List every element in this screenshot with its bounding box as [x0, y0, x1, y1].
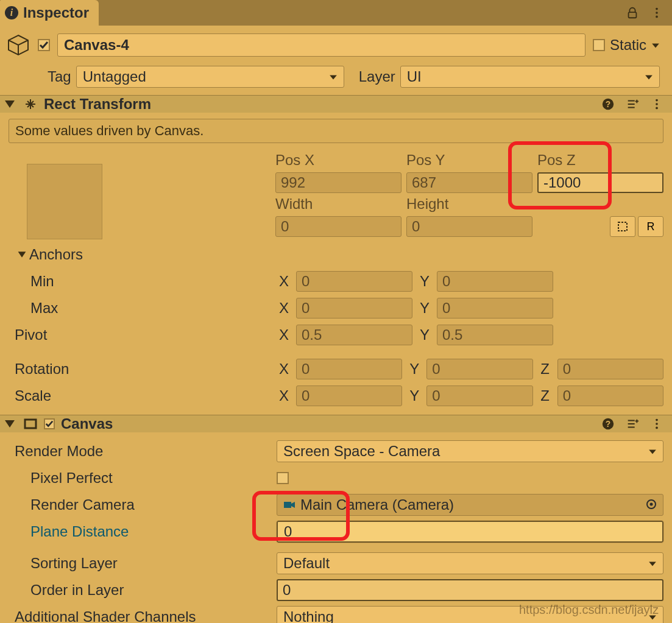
sorting-layer-value: Default [283, 555, 330, 572]
foldout-icon[interactable] [18, 252, 26, 258]
scale-z-input[interactable] [557, 385, 663, 406]
posx-input[interactable] [275, 172, 401, 193]
canvas-icon [23, 417, 38, 431]
anchors-min-label: Min [30, 273, 54, 290]
anchor-preset[interactable] [27, 164, 102, 239]
gameobject-icon [6, 33, 30, 57]
svg-point-18 [650, 503, 653, 506]
chevron-down-icon [645, 68, 653, 85]
render-mode-value: Screen Space - Camera [283, 443, 440, 460]
tag-dropdown[interactable]: Untagged [76, 66, 344, 88]
pivot-x-input[interactable] [296, 325, 412, 345]
info-icon: i [5, 6, 18, 19]
chevron-down-icon [648, 443, 657, 460]
shader-channels-label: Additional Shader Channels [9, 608, 277, 623]
x-label: X [277, 298, 291, 319]
rotation-y-input[interactable] [426, 359, 532, 379]
order-in-layer-input[interactable] [277, 579, 663, 601]
object-picker-icon[interactable] [646, 496, 657, 513]
foldout-icon [5, 420, 15, 428]
y-label: Y [417, 325, 432, 345]
x-label: X [277, 359, 291, 379]
svg-point-3 [656, 16, 658, 18]
svg-point-14 [656, 423, 658, 425]
layer-label: Layer [359, 68, 395, 85]
active-checkbox[interactable] [38, 39, 50, 51]
sorting-layer-label: Sorting Layer [9, 555, 277, 572]
sorting-layer-dropdown[interactable]: Default [277, 552, 663, 574]
width-input[interactable] [275, 216, 401, 237]
raw-edit-button[interactable]: R [638, 216, 663, 237]
y-label: Y [407, 359, 422, 379]
gameobject-header: Static Tag Untagged Layer UI [0, 26, 672, 95]
height-input[interactable] [406, 216, 532, 237]
kebab-menu-icon[interactable] [650, 6, 663, 19]
rotation-x-input[interactable] [296, 359, 402, 379]
static-dropdown-icon[interactable] [651, 37, 660, 54]
render-mode-label: Render Mode [9, 443, 277, 460]
rect-transform-component-header[interactable]: Rect Transform ? [0, 95, 672, 113]
render-camera-field[interactable]: Main Camera (Camera) [277, 494, 663, 516]
canvas-enabled-checkbox[interactable] [44, 418, 55, 429]
posy-input[interactable] [406, 172, 532, 193]
svg-point-8 [656, 107, 658, 110]
svg-point-15 [656, 427, 658, 429]
pixel-perfect-label: Pixel Perfect [9, 470, 277, 487]
svg-text:?: ? [606, 420, 610, 429]
rotation-z-input[interactable] [557, 359, 663, 379]
kebab-menu-icon[interactable] [650, 97, 663, 111]
anchor-min-y-input[interactable] [437, 271, 553, 292]
chevron-down-icon [648, 555, 657, 572]
lock-icon[interactable] [626, 6, 639, 19]
anchor-min-x-input[interactable] [296, 271, 412, 292]
posz-label: Pos Z [537, 152, 663, 169]
tag-value: Untagged [83, 68, 146, 85]
tag-label: Tag [48, 68, 71, 85]
rect-transform-body: Some values driven by Canvas. Pos X Pos … [0, 113, 672, 415]
scale-x-input[interactable] [296, 385, 402, 406]
rect-transform-title: Rect Transform [44, 96, 151, 113]
camera-icon [283, 500, 295, 510]
driven-info: Some values driven by Canvas. [9, 119, 663, 143]
static-checkbox[interactable] [593, 39, 605, 51]
z-label: Z [538, 359, 553, 379]
anchors-label: Anchors [29, 246, 83, 263]
help-icon[interactable]: ? [601, 417, 615, 431]
layer-dropdown[interactable]: UI [400, 66, 660, 88]
svg-point-13 [656, 419, 658, 421]
plane-distance-input[interactable] [277, 521, 663, 543]
x-label: X [277, 271, 291, 292]
anchor-max-x-input[interactable] [296, 298, 412, 319]
width-label: Width [275, 195, 401, 213]
render-mode-dropdown[interactable]: Screen Space - Camera [277, 440, 663, 462]
z-label: Z [538, 385, 553, 406]
pivot-y-input[interactable] [437, 325, 553, 345]
shader-channels-dropdown[interactable]: Nothing [277, 606, 663, 623]
anchor-max-y-input[interactable] [437, 298, 553, 319]
order-in-layer-label: Order in Layer [9, 582, 277, 599]
gameobject-name-input[interactable] [57, 33, 585, 57]
anchors-max-label: Max [30, 300, 58, 317]
help-icon[interactable]: ? [601, 97, 615, 111]
canvas-component-header[interactable]: Canvas ? [0, 415, 672, 432]
blueprint-mode-button[interactable] [610, 216, 635, 237]
rotation-label: Rotation [15, 361, 69, 378]
plane-distance-label: Plane Distance [30, 523, 129, 540]
foldout-icon [5, 100, 15, 108]
canvas-title: Canvas [61, 415, 113, 432]
scale-y-input[interactable] [426, 385, 532, 406]
posz-input[interactable] [537, 172, 663, 193]
kebab-menu-icon[interactable] [650, 417, 663, 431]
svg-point-7 [656, 103, 658, 105]
preset-icon[interactable] [626, 417, 639, 431]
svg-rect-9 [618, 222, 627, 231]
preset-icon[interactable] [626, 97, 639, 111]
svg-rect-10 [25, 420, 36, 428]
svg-point-2 [656, 12, 658, 14]
inspector-tab[interactable]: i Inspector [0, 0, 99, 26]
pixel-perfect-checkbox[interactable] [277, 472, 289, 484]
svg-rect-0 [629, 12, 637, 18]
posy-label: Pos Y [406, 152, 532, 169]
svg-point-1 [656, 8, 658, 10]
x-label: X [277, 325, 291, 345]
